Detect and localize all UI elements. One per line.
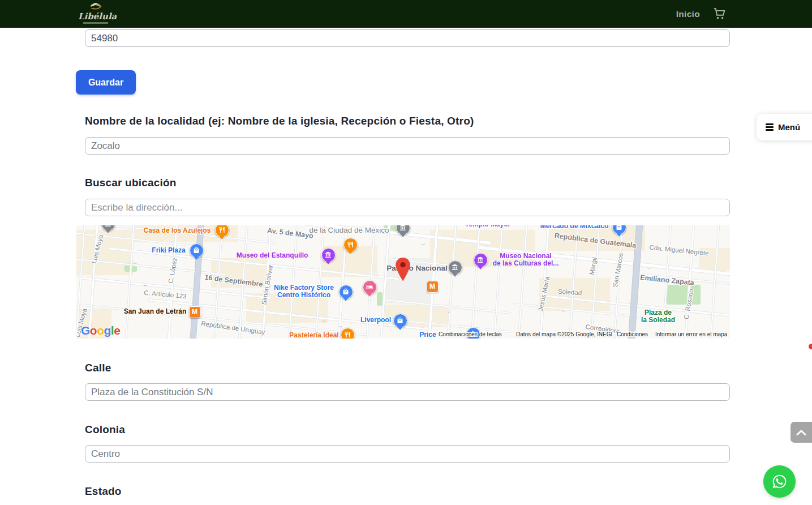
whatsapp-icon — [770, 472, 789, 491]
locality-label: Nombre de la localidad (ej: Nombre de la… — [85, 115, 474, 127]
save-button[interactable]: Guardar — [76, 70, 136, 95]
street-input[interactable] — [85, 383, 730, 401]
street-label: Calle — [85, 362, 111, 374]
map-poi-label[interactable]: Liverpool — [360, 316, 391, 324]
cart-icon[interactable] — [714, 8, 726, 20]
estado-label: Estado — [85, 485, 122, 498]
map-report-error-link[interactable]: Informar un error en el mapa — [655, 331, 727, 337]
road-arrow-icon: → — [561, 309, 567, 315]
map-pin-bag-icon[interactable] — [339, 285, 353, 299]
brand-logo[interactable]: Libélula — [78, 2, 113, 24]
menu-button-label: Menú — [778, 122, 800, 132]
map-pin-restaurant-icon[interactable] — [215, 225, 229, 237]
locality-input[interactable] — [85, 137, 730, 155]
map-road — [286, 225, 302, 339]
google-map[interactable]: →→→→→→→→→→Luis MoyaLuis MoyaC. LópezAv. … — [76, 225, 730, 339]
map-keyboard-shortcuts[interactable]: Combinaciones de teclas — [439, 331, 502, 337]
map-poi-label[interactable]: Mercado de Mixcalco — [540, 225, 609, 230]
colonia-label: Colonia — [85, 423, 125, 436]
map-street-label: de la Ciudad de México — [309, 226, 389, 234]
metro-station-icon[interactable]: M — [427, 281, 439, 293]
road-arrow-icon: → — [645, 264, 651, 271]
map-road — [444, 225, 459, 339]
whatsapp-button[interactable] — [763, 465, 796, 498]
nav-inicio[interactable]: Inicio — [676, 9, 700, 19]
map-poi-label[interactable]: Museo del Estanquillo — [237, 252, 308, 259]
map-marker-icon[interactable] — [396, 258, 411, 283]
search-location-label: Buscar ubicación — [85, 177, 177, 189]
address-search-input[interactable] — [85, 199, 730, 216]
road-arrow-icon: → — [420, 240, 426, 247]
notification-dot — [809, 344, 812, 349]
map-pin-restaurant-icon[interactable] — [343, 238, 358, 252]
map-poi-label[interactable]: Nike Factory StoreCentro Histórico — [274, 284, 334, 299]
map-poi-label[interactable]: Casa de los Azulejos — [144, 227, 211, 234]
header-nav: Inicio — [676, 0, 726, 28]
map-terms-link[interactable]: Condiciones — [617, 331, 648, 337]
brand-tagline — [83, 22, 108, 24]
map-poi-label[interactable]: Templo Mayor — [465, 225, 510, 228]
map-pin-museum-icon[interactable] — [474, 253, 488, 267]
road-arrow-icon: → — [337, 322, 343, 329]
menu-button[interactable]: Menú — [757, 114, 812, 140]
map-pin-hotel-icon[interactable] — [363, 280, 377, 294]
brand-name: Libélula — [78, 12, 113, 21]
map-road — [514, 225, 529, 339]
postal-code-input[interactable] — [85, 29, 730, 47]
map-pin-museum-icon[interactable] — [321, 248, 336, 262]
map-pin-museum-icon[interactable] — [448, 260, 462, 275]
dragonfly-icon — [87, 2, 104, 10]
google-logo[interactable]: Google — [81, 324, 120, 337]
road-arrow-icon: → — [321, 316, 327, 323]
map-poi-label[interactable]: Friki Plaza — [152, 247, 185, 254]
map-poi-label[interactable]: Plaza dela Soledad — [641, 309, 675, 324]
road-arrow-icon: → — [447, 309, 454, 315]
hamburger-icon — [766, 123, 774, 130]
map-street-label: San Juan de Letrán — [124, 307, 187, 315]
map-pin-bag-icon[interactable] — [393, 314, 407, 328]
scroll-to-top-button[interactable] — [790, 422, 812, 443]
map-data-attribution: Datos del mapa ©2025 Google, INEGI — [516, 331, 612, 337]
chevron-up-icon — [796, 430, 806, 435]
colonia-input[interactable] — [85, 445, 730, 463]
metro-station-icon[interactable]: M — [189, 306, 201, 318]
header: Libélula Inicio — [0, 0, 812, 28]
map-pin-bag-icon[interactable] — [190, 243, 204, 258]
map-poi-label[interactable]: Price — [419, 331, 436, 339]
map-poi-label[interactable]: Museo Nacionalde las Culturas del... — [493, 252, 559, 267]
map-road — [490, 225, 505, 339]
map-pin-restaurant-icon[interactable] — [341, 328, 355, 339]
map-poi-label[interactable]: Pastelería Ideal — [289, 332, 338, 339]
page: Libélula Inicio Guardar Nombre de la loc… — [0, 0, 812, 505]
